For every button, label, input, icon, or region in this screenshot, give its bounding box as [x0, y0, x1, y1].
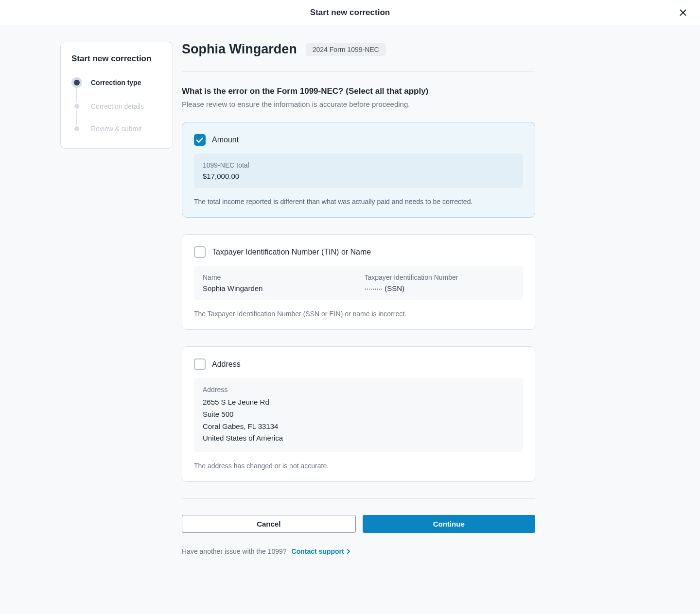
button-row: Cancel Continue: [182, 515, 535, 533]
tin-checkbox[interactable]: [194, 246, 206, 258]
divider: [182, 71, 535, 72]
detail-col-tin: Taxpayer Identification Number ·········…: [365, 273, 515, 292]
detail-value: ········· (SSN): [365, 284, 515, 292]
footer-divider: [182, 498, 535, 499]
option-description: The Taxpayer Identification Number (SSN …: [194, 310, 523, 318]
support-row: Have another issue with the 1099? Contac…: [182, 547, 535, 555]
checkmark-icon: [196, 137, 203, 143]
continue-button[interactable]: Continue: [363, 515, 536, 533]
modal-title: Start new correction: [310, 8, 390, 17]
content-header: Sophia Wingarden 2024 Form 1099-NEC: [182, 42, 535, 57]
close-button[interactable]: [678, 6, 688, 19]
step-dot-inactive-icon: [74, 104, 79, 109]
address-line: 2655 S Le Jeune Rd: [203, 396, 514, 409]
option-header: Address: [194, 358, 523, 370]
address-line: Suite 500: [203, 409, 514, 421]
support-text: Have another issue with the 1099?: [182, 547, 287, 555]
step-dot-inactive-icon: [74, 126, 79, 131]
option-header: Amount: [194, 134, 523, 146]
contact-support-link[interactable]: Contact support: [292, 547, 350, 555]
option-header: Taxpayer Identification Number (TIN) or …: [194, 246, 523, 258]
modal-header: Start new correction: [0, 0, 700, 25]
step-correction-type: Correction type: [71, 77, 162, 88]
detail-value: Sophia Wingarden: [203, 284, 353, 292]
detail-label: Name: [203, 273, 353, 281]
step-dot-active-icon: [71, 77, 82, 88]
option-title: Taxpayer Identification Number (TIN) or …: [212, 248, 371, 256]
cancel-button[interactable]: Cancel: [182, 515, 356, 533]
option-title: Amount: [212, 136, 239, 144]
question-subtitle: Please review to ensure the information …: [182, 100, 535, 108]
option-tin[interactable]: Taxpayer Identification Number (TIN) or …: [182, 234, 535, 330]
support-link-label: Contact support: [292, 547, 344, 555]
option-description: The total income reported is different t…: [194, 198, 523, 205]
detail-label: 1099-NEC total: [203, 161, 514, 169]
main-content: Sophia Wingarden 2024 Form 1099-NEC What…: [182, 42, 535, 555]
question-title: What is the error on the Form 1099-NEC? …: [182, 86, 535, 96]
form-badge: 2024 Form 1099-NEC: [306, 43, 386, 56]
option-title: Address: [212, 360, 241, 369]
close-icon: [680, 7, 686, 18]
detail-row: Name Sophia Wingarden Taxpayer Identific…: [203, 273, 514, 292]
person-name: Sophia Wingarden: [182, 42, 297, 57]
page-container: Start new correction Correction type Cor…: [0, 25, 700, 555]
detail-label: Taxpayer Identification Number: [365, 273, 515, 281]
sidebar: Start new correction Correction type Cor…: [60, 42, 173, 149]
option-amount[interactable]: Amount 1099-NEC total $17,000.00 The tot…: [182, 122, 535, 218]
step-label: Correction details: [91, 102, 144, 110]
step-connector: [76, 110, 77, 125]
step-review-submit: Review & submit: [71, 125, 162, 133]
option-address[interactable]: Address Address 2655 S Le Jeune Rd Suite…: [182, 346, 535, 482]
step-connector: [76, 88, 77, 102]
amount-checkbox[interactable]: [194, 134, 206, 146]
step-correction-details: Correction details: [71, 102, 162, 110]
detail-col-name: Name Sophia Wingarden: [203, 273, 353, 292]
option-description: The address has changed or is not accura…: [194, 462, 523, 470]
detail-value: $17,000.00: [203, 172, 514, 180]
chevron-right-icon: [347, 549, 350, 554]
address-line: Coral Gabes, FL 33134: [203, 421, 514, 433]
option-details: Name Sophia Wingarden Taxpayer Identific…: [194, 266, 523, 300]
address-line: United States of America: [203, 432, 514, 444]
option-details: 1099-NEC total $17,000.00: [194, 154, 523, 188]
step-label: Review & submit: [91, 125, 141, 133]
step-label: Correction type: [91, 79, 141, 86]
option-details: Address 2655 S Le Jeune Rd Suite 500 Cor…: [194, 378, 523, 452]
detail-label: Address: [203, 386, 514, 393]
steps-list: Correction type Correction details Revie…: [71, 77, 162, 133]
address-checkbox[interactable]: [194, 358, 206, 370]
sidebar-title: Start new correction: [71, 54, 162, 64]
